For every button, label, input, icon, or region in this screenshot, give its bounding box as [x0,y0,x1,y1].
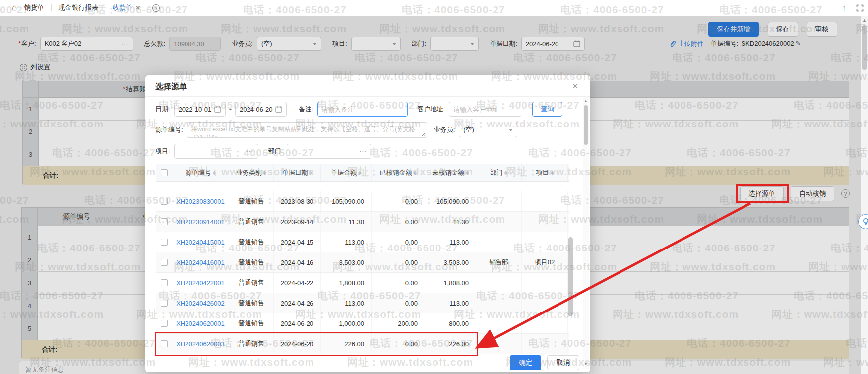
tab-sales-order[interactable]: 销货单 [17,0,51,16]
department-cell [476,293,522,313]
unwritten-cell: 1,808.00 [425,273,476,293]
row-checkbox[interactable] [156,191,172,211]
source-doc-link[interactable]: XH20240416001 [176,259,225,266]
sort-icon[interactable] [358,171,361,175]
column-header[interactable]: 单据金额 [321,164,372,181]
home-icon[interactable]: ⌂ [12,3,17,13]
source-doc-no-cell: XH20230830001 [172,191,229,211]
source-doc-link[interactable]: XH20240426002 [176,300,225,307]
row-checkbox[interactable] [156,293,172,313]
department-filter-field[interactable]: ··· [287,144,371,159]
column-settings-button[interactable]: ⬡ 列设置 [20,63,51,72]
scrollbar-thumb[interactable] [862,25,867,70]
sort-icon[interactable] [213,171,216,175]
source-doc-link[interactable]: XH20240620001 [176,320,225,327]
modal-table-row[interactable]: XH20240415001普通销售2024-04-15113.000.00113… [156,232,569,252]
modal-table-row[interactable]: XH20240620001普通销售2024-06-201,000.00200.0… [156,313,569,334]
salesman-label: 业务员: [232,39,253,48]
salesman-select[interactable]: (空) [257,37,321,51]
sort-icon[interactable] [466,171,469,175]
scrollbar-down-arrow[interactable]: ▼ [583,360,589,367]
cancel-button[interactable]: 取消 [547,355,579,370]
column-header[interactable]: 源单编号 [172,164,229,181]
sort-icon[interactable] [263,171,266,175]
source-doc-link[interactable]: XH20230914001 [176,218,225,226]
modal-footer: 确定 取消 [510,355,579,370]
source-doc-link[interactable]: XH20230830001 [176,198,225,205]
project-select[interactable] [351,37,401,51]
scrollbar-up-arrow[interactable]: ▲ [583,97,589,104]
save-and-new-button[interactable]: 保存并新增 [708,22,759,37]
tab-list-chevron-icon[interactable]: ∨ [152,4,160,12]
lookup-ellipsis-icon[interactable]: ··· [359,148,367,155]
modal-close-icon[interactable]: ✕ [572,82,578,91]
select-all-checkbox[interactable] [156,164,172,181]
lookup-ellipsis-icon[interactable]: ··· [122,40,129,47]
sort-icon[interactable] [414,171,417,175]
customer-field[interactable]: K002 客户02 ··· [40,37,133,51]
select-source-button[interactable]: 选择源单 [740,186,784,201]
watermark-text: 电话：4006-6500-27 [0,193,29,207]
sort-icon[interactable] [504,171,507,175]
column-header[interactable]: 单据日期 [274,164,321,181]
audit-button[interactable]: 审核 [807,22,837,37]
auto-writeoff-button[interactable]: 自动核销 [791,186,834,201]
table-scrollbar-thumb[interactable] [568,237,573,316]
fullscreen-icon[interactable] [856,4,864,12]
date-filter-label: 日期: [155,105,170,114]
modal-table-row[interactable]: XH20230914001普通销售2023-09-1411.300.0011.3… [156,212,569,232]
scrollbar-up-arrow[interactable]: ▲ [861,16,868,24]
written-off-cell: 0.00 [372,191,425,211]
upload-attachment-link[interactable]: 上传附件 [669,39,704,48]
doc-date-field[interactable]: 2024-06-20 [521,37,585,51]
query-button[interactable]: 查询 [532,102,562,117]
project-cell: 项目02 [522,252,568,272]
main-scrollbar[interactable]: ▲ [861,16,868,374]
row-checkbox[interactable] [156,232,172,252]
modal-table-row[interactable]: XH20240620003普通销售2024-06-20226.000.00226… [156,334,569,354]
confirm-button[interactable]: 确定 [510,355,541,370]
sort-icon[interactable] [310,171,312,175]
tab-cash-bank-report[interactable]: 现金银行报表 [52,0,106,16]
row-checkbox[interactable] [156,273,172,293]
scrollbar-thumb[interactable] [584,105,588,145]
project-filter-field[interactable]: ··· [174,144,258,159]
source-doc-link[interactable]: XH20240422001 [176,279,225,287]
column-header[interactable]: 项目 [522,164,568,181]
row-checkbox[interactable] [156,313,172,333]
date-from-field[interactable]: 2022-10-01 [174,102,226,117]
assistant-bulb-icon[interactable] [858,214,868,229]
tab-close-icon[interactable]: ✕ [135,4,140,11]
remark-filter-input[interactable] [317,102,408,117]
column-header[interactable]: 已核销金额 [372,164,425,181]
tab-receipt-active[interactable]: 收款单 ✕ [106,0,148,16]
watermark-text: 电话：4006-6500-27 [196,51,300,64]
source-no-filter-textarea[interactable] [187,122,427,138]
modal-scrollbar[interactable]: ▲ ▼ [583,97,589,369]
resize-handle-icon[interactable] [421,132,426,136]
scroll-top-icon[interactable]: ↑ [842,3,846,12]
modal-table-row[interactable]: XH20240416001普通销售2024-04-163,503.000.003… [156,252,569,273]
save-button[interactable]: 保存 [768,22,798,37]
source-doc-link[interactable]: XH20240620003 [176,340,225,348]
row-checkbox[interactable] [156,252,172,272]
project-cell [522,293,568,313]
row-checkbox[interactable] [156,212,172,232]
modal-table-row[interactable]: XH20240426002普通销售2024-04-26113.000.00113… [156,293,569,313]
sort-icon[interactable] [551,171,554,175]
address-filter-input[interactable] [449,102,521,117]
column-header[interactable]: 部门 [476,164,522,181]
column-header[interactable]: 业务类别 [229,164,274,181]
department-cell [476,212,522,232]
modal-table-row[interactable]: XH20230830001普通销售2023-08-30105,090.000.0… [156,191,569,212]
edit-icon[interactable]: ✎ [796,40,801,47]
lookup-ellipsis-icon[interactable]: ··· [247,148,254,155]
salesman-filter-select[interactable]: (空) [459,123,517,137]
column-header[interactable]: 未核销金额 [425,164,476,181]
department-select[interactable] [430,37,479,51]
row-checkbox[interactable] [156,334,172,354]
modal-table-row[interactable]: XH20240422001普通销售2024-04-221,808.000.001… [156,273,569,293]
source-doc-link[interactable]: XH20240415001 [176,239,225,246]
date-to-field[interactable]: 2024-06-20 [235,102,287,117]
help-icon[interactable]: ? [841,189,850,198]
